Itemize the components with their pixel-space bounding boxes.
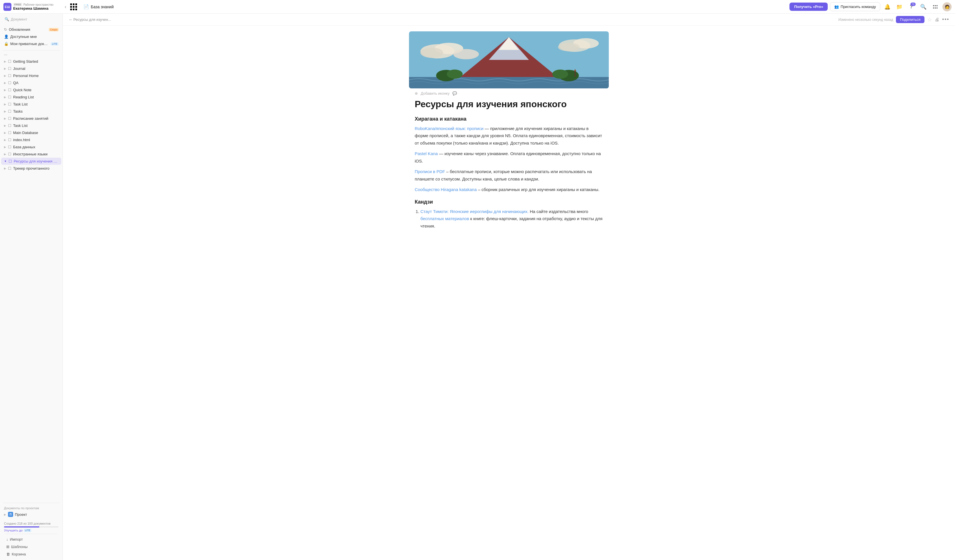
star-icon: ☆: [927, 17, 932, 22]
share-button[interactable]: Поделиться: [896, 16, 924, 23]
add-icon-label[interactable]: Добавить иконку: [421, 91, 449, 95]
apps-grid-button[interactable]: [69, 2, 79, 12]
lite-badge: LITE: [24, 529, 31, 532]
doc-icon-qa: ☐: [8, 81, 11, 85]
list-item-stout-mid: На сайте издательства много: [529, 209, 588, 214]
link-propisei-pdf[interactable]: Прописи в PDF: [415, 169, 445, 174]
import-label: Импорт: [10, 537, 23, 541]
doc-icon-tl2: ☐: [8, 123, 11, 128]
more-apps-button[interactable]: [930, 2, 940, 12]
arrow-icon-tl2: ▶: [4, 124, 6, 127]
sidebar-footer-import[interactable]: ↓ Импорт: [3, 536, 59, 543]
more-options-button[interactable]: •••: [942, 17, 949, 22]
upgrade-link[interactable]: Улучшить до LITE: [2, 529, 60, 532]
doc-icon-ph: ☐: [8, 73, 11, 78]
breadcrumb-label: Ресурсы для изучен...: [74, 17, 111, 22]
link-robokana[interactable]: RoboKana/японский язык: прописи: [415, 126, 484, 131]
sidebar-item-index-html[interactable]: ▶ ☐ index.html: [1, 136, 61, 144]
arrow-icon-qa: ▶: [4, 81, 6, 84]
invite-team-button[interactable]: 👥 Пригласить команду: [830, 2, 880, 11]
sidebar-item-task-list[interactable]: ▶ ☐ Task List: [1, 101, 61, 108]
add-icon-button[interactable]: ⊕: [415, 91, 418, 95]
list-item-stout: Стаут Тимоти: Японские иероглифы для нач…: [420, 208, 603, 230]
svg-point-5: [936, 8, 938, 9]
print-button[interactable]: 🖨: [935, 17, 939, 22]
templates-icon: ⊞: [6, 544, 9, 549]
sidebar-item-updates[interactable]: ↻ Обновления Скоро: [1, 26, 61, 33]
para-propisei-pdf: Прописи в PDF – бесплатные прописи, кото…: [415, 168, 603, 183]
sidebar-item-resources[interactable]: ▼ ☐ Ресурсы для изучения яп...: [1, 158, 61, 165]
sidebar-item-available[interactable]: 👤 Доступные мне: [1, 33, 61, 40]
sidebar-item-schedule[interactable]: ▶ ☐ Расписание занятий: [1, 115, 61, 122]
link-stout[interactable]: Стаут Тимоти: Японские иероглифы для нач…: [420, 209, 529, 214]
dash-separator: —: [0, 52, 63, 57]
arrow-icon: ▶: [4, 60, 6, 63]
label-tasklist2: Task List: [13, 123, 58, 128]
user-name: Екатерина Шамина: [13, 6, 53, 11]
invite-icon: 👥: [834, 5, 839, 9]
sidebar-footer-templates[interactable]: ⊞ Шаблоны: [3, 543, 59, 550]
arrow-icon-db: ▶: [4, 145, 6, 148]
sidebar-item-tracker[interactable]: ▶ ☐ Трекер прочитанного: [1, 165, 61, 172]
last-modified-text: Изменено несколько секунд назад: [838, 18, 893, 22]
search-button[interactable]: 🔍: [919, 2, 928, 12]
star-button[interactable]: ☆: [927, 17, 932, 23]
search-icon: 🔍: [920, 4, 927, 10]
sidebar-item-qa[interactable]: ▶ ☐ QA: [1, 79, 61, 86]
project-item[interactable]: ▶ П Проект: [1, 510, 61, 518]
sidebar-docs-list: ▶ ☐ Getting Started ▶ ☐ Journal ▶ ☐ Pers…: [0, 58, 63, 501]
updates-icon: ↻: [4, 27, 7, 32]
current-doc-button[interactable]: 📄 База знаний: [81, 3, 116, 11]
sidebar-item-getting-started[interactable]: ▶ ☐ Getting Started: [1, 58, 61, 65]
sidebar-footer-items: ↓ Импорт ⊞ Шаблоны 🗑 Корзина: [2, 536, 60, 558]
arrow-icon-tl: ▶: [4, 103, 6, 106]
notifications-button[interactable]: 🔔: [883, 2, 892, 12]
topbar-left: ЕШ FREE Рабочее пространство Екатерина Ш…: [3, 3, 66, 11]
doc-icon-db: ☐: [8, 145, 11, 149]
sidebar-item-foreign-lang[interactable]: ▶ ☐ Иностранные языки: [1, 151, 61, 158]
sidebar-item-private[interactable]: 🔒 Мои приватные докумен... LITE: [1, 40, 61, 47]
sidebar-footer-trash[interactable]: 🗑 Корзина: [3, 551, 59, 558]
user-avatar-area[interactable]: ЕШ FREE Рабочее пространство Екатерина Ш…: [3, 3, 53, 11]
notification-badge: 75: [911, 3, 916, 6]
arrow-icon-rl: ▶: [4, 95, 6, 99]
link-community[interactable]: Сообщество Hiragana katakana: [415, 187, 477, 192]
link-free-materials[interactable]: бесплатных материалов: [420, 216, 469, 221]
files-button[interactable]: 📁: [894, 2, 904, 12]
sidebar-item-tasklist2[interactable]: ▶ ☐ Task List: [1, 122, 61, 129]
doc-content: ⊕ Добавить иконку 💬 Ресурсы для изучения…: [63, 26, 955, 560]
user-initials: ЕШ: [3, 3, 11, 11]
sidebar-item-personal-home[interactable]: ▶ ☐ Personal Home: [1, 72, 61, 79]
sidebar-item-main-db[interactable]: ▶ ☐ Main Database: [1, 129, 61, 136]
folder-icon: 📁: [896, 4, 902, 10]
label-journal: Journal: [13, 66, 58, 71]
comment-icon[interactable]: 💬: [452, 91, 457, 95]
link-pastel-kana[interactable]: Pastel Kana: [415, 151, 438, 156]
doc-icon-md: ☐: [8, 131, 11, 135]
content-area: ↔ Ресурсы для изучен... Изменено несколь…: [63, 14, 955, 560]
sidebar-search-area[interactable]: 🔍 Документ: [0, 14, 63, 25]
private-label: Мои приватные докумен...: [10, 42, 49, 46]
help-button[interactable]: ? 75: [906, 2, 916, 12]
collapse-sidebar-button[interactable]: ‹: [65, 4, 66, 9]
get-pro-button[interactable]: Получить «Pro»: [789, 3, 828, 11]
arrow-icon-s: ▶: [4, 117, 6, 120]
sidebar-item-database[interactable]: ▶ ☐ База данных: [1, 144, 61, 151]
hero-image: [409, 31, 609, 88]
user-avatar[interactable]: 🧑: [942, 2, 952, 11]
svg-point-10: [453, 49, 479, 59]
trash-label: Корзина: [12, 552, 26, 556]
sidebar-item-quick-note[interactable]: ▶ ☐ Quick Note: [1, 86, 61, 94]
templates-label: Шаблоны: [11, 544, 28, 549]
sidebar-item-reading-list[interactable]: ▶ ☐ Reading List: [1, 94, 61, 101]
svg-point-4: [935, 8, 936, 9]
sidebar-item-tasks[interactable]: ▶ ☐ Tasks: [1, 108, 61, 115]
svg-point-1: [935, 5, 936, 6]
section-heading-hiragana: Хирагана и катакана: [415, 116, 603, 122]
upgrade-label: Улучшить до: [4, 529, 22, 532]
sidebar-item-journal[interactable]: ▶ ☐ Journal: [1, 65, 61, 72]
arrow-icon-j: ▶: [4, 67, 6, 70]
label-tracker: Трекер прочитанного: [13, 166, 58, 170]
available-label: Доступные мне: [10, 34, 58, 39]
label-reading-list: Reading List: [13, 95, 58, 99]
